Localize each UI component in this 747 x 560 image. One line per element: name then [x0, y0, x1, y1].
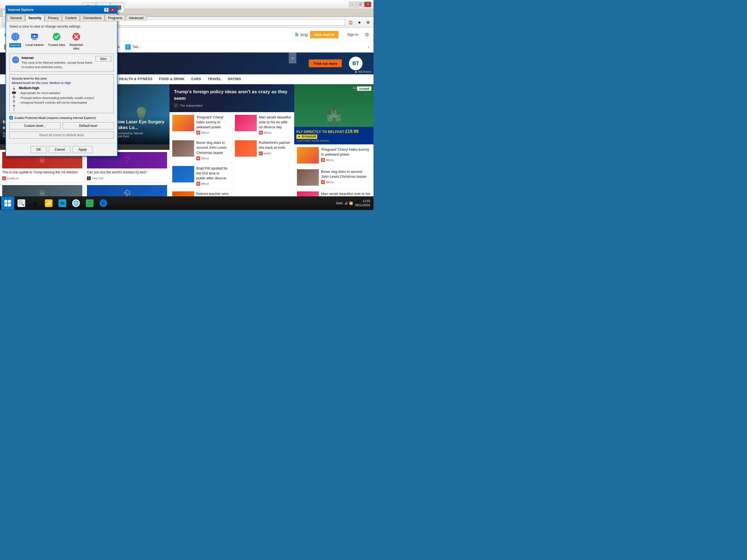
search-taskbar-icon: 🔍	[18, 199, 25, 207]
default-level-button[interactable]: Default level	[62, 122, 114, 129]
settings-button[interactable]: ⚙	[365, 19, 371, 26]
ryanair-promo: FLY DIRECTLY TO BELFAST £19.99 ▼ RYANAIR…	[294, 127, 374, 144]
trusted-sites-icon	[51, 31, 62, 42]
tray-icons: 🔊 📶	[344, 202, 353, 205]
center-news-item-1[interactable]: 'Pregnant' Cheryl hides tummy in awkward…	[170, 112, 232, 138]
task-view-button[interactable]: ⧉	[28, 197, 42, 210]
trump-article[interactable]: Trump's foreign policy ideas aren't as c…	[170, 84, 294, 112]
sites-button[interactable]: Sites	[96, 56, 111, 61]
dialog-close-button[interactable]: ✕	[110, 8, 115, 12]
center-news-item-2[interactable]: Boxer dog stars in second John Lewis Chr…	[170, 137, 232, 163]
security-level-box: Security level for this zone Allowed lev…	[9, 74, 114, 113]
indy-source: Indy 100	[92, 177, 103, 180]
find-out-more-button[interactable]: Find out more	[309, 59, 342, 68]
carousel-item-3[interactable]: 💡 New Laser Eye Surgery Takes Lo... Spon…	[113, 84, 170, 144]
rutherford-thumb	[235, 140, 257, 157]
center-news-item-4[interactable]: Retired teacher wins £844k lottery on he…	[170, 188, 232, 196]
nav-health[interactable]: HEALTH & FITNESS	[116, 74, 156, 84]
cancel-button[interactable]: Cancel	[49, 146, 71, 153]
right-news-2[interactable]: Boxer dog stars in second John Lewis Chr…	[294, 167, 374, 189]
tab-general[interactable]: General	[7, 15, 25, 21]
minimize-button[interactable]: ─	[349, 2, 356, 7]
level-name: Medium-high	[19, 86, 94, 90]
search-taskbar-button[interactable]: 🔍	[15, 197, 28, 210]
center-news-item-r1[interactable]: Man sends beautiful note to his ex-wife …	[232, 112, 294, 138]
zone-internet[interactable]: Internet	[9, 31, 21, 50]
security-slider-row: Medium-high - Appropriate for most websi…	[12, 86, 111, 111]
apply-button[interactable]: Apply	[73, 146, 93, 153]
zone-restricted-sites[interactable]: Restrictedsites	[70, 31, 83, 50]
level-desc: - Appropriate for most websites - Prompt…	[19, 91, 94, 105]
file-explorer-button[interactable]: 📁	[42, 197, 55, 210]
brad-text: Brad Pitt spotted for the first time in …	[196, 166, 229, 186]
security-level-desc: Medium-high - Appropriate for most websi…	[19, 86, 94, 111]
indy-badge: i	[87, 176, 91, 180]
nav-dating[interactable]: DATING	[225, 74, 244, 84]
file-explorer-icon: 📁	[45, 199, 52, 207]
nav-travel[interactable]: TRAVEL	[205, 74, 225, 84]
sign-in-link[interactable]: Sign in	[347, 32, 358, 36]
tab-connections[interactable]: Connections	[80, 15, 104, 21]
tab-privacy[interactable]: Privacy	[45, 15, 61, 21]
dialog-title-controls: ? ✕	[104, 8, 115, 12]
home-button[interactable]: 🏠	[347, 19, 354, 26]
dialog-help-button[interactable]: ?	[104, 8, 109, 12]
level-buttons-row: Custom level... Default level	[9, 122, 114, 129]
zone-icons-row: Internet Local intranet	[9, 31, 114, 50]
level-desc-2: - Prompts before downloading potentially…	[19, 96, 94, 100]
ryanair-small: LOW FARES. MADE SIMPLE.	[297, 139, 371, 142]
time-display: 12:55	[355, 199, 370, 203]
ok-button[interactable]: OK	[31, 146, 47, 153]
svg-point-10	[53, 33, 60, 40]
restore-button[interactable]: ❑	[357, 2, 364, 7]
close-button[interactable]: ✕	[364, 2, 371, 7]
tab-advanced[interactable]: Advanced	[126, 15, 146, 21]
internet-zone-label: Internet	[9, 43, 21, 47]
settings-icon[interactable]: ⚙	[365, 32, 369, 38]
custom-level-button[interactable]: Custom level...	[9, 122, 60, 129]
zone-info-text: Internet This zone is for Internet websi…	[22, 56, 96, 69]
center-news-item-3[interactable]: Brad Pitt spotted for the first time in …	[170, 163, 232, 189]
bottom-news-img-4: ⚽	[87, 185, 167, 196]
slider-thumb[interactable]	[12, 92, 16, 94]
twitter-link[interactable]: T Twit...	[125, 44, 141, 50]
right-news-source-2: M Mirror	[321, 180, 371, 184]
ryanair-headline: FLY DIRECTLY TO BELFAST £19.99	[297, 129, 371, 134]
evoke-source: Evoke.ie	[7, 177, 19, 180]
mirror-source-d: Mirror	[264, 131, 272, 134]
protected-mode-checkbox[interactable]	[9, 116, 13, 120]
right-news-source-1: M Mirror	[321, 158, 371, 162]
nav-food[interactable]: FOOD & DRINK	[156, 74, 188, 84]
twitter-label: Twit...	[132, 45, 141, 49]
reset-all-zones-button[interactable]: Reset all zones to default level	[9, 131, 114, 138]
ie-button[interactable]: e	[97, 197, 110, 210]
tab-security[interactable]: Security	[25, 15, 44, 21]
nav-cars[interactable]: CARS	[188, 74, 205, 84]
bottom-news-4[interactable]: ⚽ Chelsea wins marathon 34-penalty shoot…	[85, 183, 170, 196]
favorites-button[interactable]: ★	[356, 19, 363, 26]
more-links-arrow[interactable]: ›	[368, 45, 369, 49]
rutherford-title: Rutherford's partner hits back at trolls	[259, 140, 292, 150]
date-display: 09/11/2016	[355, 203, 370, 207]
ireland-ad[interactable]: 🏰 Ireland FLY DIRECTLY TO BELFAST £19.99…	[294, 84, 374, 144]
right-news-text-2: Boxer dog stars in second John Lewis Chr…	[321, 169, 371, 186]
zone-instruction: Select a zone to view or change security…	[9, 25, 114, 28]
clock[interactable]: 12:55 09/11/2016	[355, 199, 370, 207]
cheryl-source: M Mirror	[196, 131, 229, 134]
zone-local-intranet[interactable]: Local intranet	[25, 31, 44, 50]
media-button[interactable]: 🎵	[83, 197, 96, 210]
bottom-news-3[interactable]: 🏛 What Donald Trump's shock win means fo…	[0, 183, 85, 196]
tab-content[interactable]: Content	[62, 15, 80, 21]
store-button[interactable]: 🛍	[56, 197, 69, 210]
web-search-button[interactable]: Web search	[310, 31, 339, 38]
center-news-item-r2[interactable]: Rutherford's partner hits back at trolls…	[232, 137, 294, 159]
win-sq-4	[8, 203, 11, 206]
right-news-3[interactable]: Man sends beautiful note to his ex-wife …	[294, 189, 374, 196]
zone-trusted-sites[interactable]: Trusted sites	[48, 31, 65, 50]
local-intranet-icon	[29, 31, 40, 42]
start-button[interactable]	[1, 197, 14, 210]
svg-point-9	[34, 35, 35, 37]
tab-programs[interactable]: Programs	[105, 15, 125, 21]
right-news-1[interactable]: 'Pregnant' Cheryl hides tummy in awkward…	[294, 144, 374, 167]
chrome-button[interactable]: 🌐	[70, 197, 83, 210]
